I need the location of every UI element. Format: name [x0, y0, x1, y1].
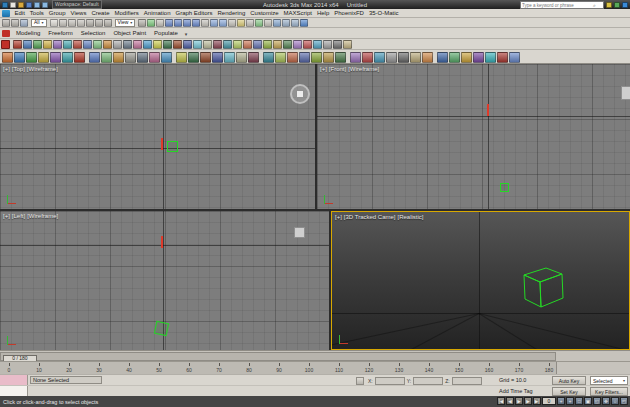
- custom-toolbar-icon[interactable]: [213, 40, 222, 49]
- viewport-menu-shading[interactable]: [Realistic]: [398, 214, 424, 220]
- custom-toolbar-icon[interactable]: [223, 40, 232, 49]
- custom-toolbar-icon[interactable]: [38, 52, 49, 63]
- selection-lock-icon[interactable]: [356, 377, 364, 385]
- viewport-menu-shading[interactable]: [Wireframe]: [348, 66, 379, 72]
- auto-key-button[interactable]: Auto Key: [552, 376, 586, 385]
- ribbon-tab-selection[interactable]: Selection: [77, 29, 110, 38]
- custom-toolbar-icon[interactable]: [53, 40, 62, 49]
- next-frame-button[interactable]: ▶: [524, 397, 532, 405]
- search-icon[interactable]: ⌕: [593, 3, 598, 8]
- viewport-front[interactable]: [+] [Front] [Wireframe]: [317, 64, 630, 209]
- current-frame-field[interactable]: 0: [542, 397, 556, 405]
- infocenter-search[interactable]: ⌕: [520, 1, 604, 9]
- mirror-icon[interactable]: [210, 19, 218, 27]
- select-and-rotate-icon[interactable]: [95, 19, 103, 27]
- custom-toolbar-icon[interactable]: [335, 52, 346, 63]
- angle-snap-icon[interactable]: [174, 19, 182, 27]
- align-icon[interactable]: [219, 19, 227, 27]
- custom-toolbar-icon[interactable]: [103, 40, 112, 49]
- select-and-move-icon[interactable]: [86, 19, 94, 27]
- custom-toolbar-icon[interactable]: [43, 40, 52, 49]
- custom-toolbar-icon[interactable]: [374, 52, 385, 63]
- ribbon-minimize-icon[interactable]: ▾: [185, 31, 188, 37]
- custom-toolbar-icon[interactable]: [113, 52, 124, 63]
- menu-phoenixfd[interactable]: PhoenixFD: [332, 9, 367, 17]
- custom-toolbar-icon[interactable]: [461, 52, 472, 63]
- viewcube-face[interactable]: [296, 90, 304, 98]
- menu-animation[interactable]: Animation: [141, 9, 173, 17]
- viewport-menu-pov[interactable]: [Top]: [12, 66, 25, 72]
- search-input[interactable]: [521, 3, 593, 8]
- favorites-star-icon[interactable]: [606, 2, 612, 8]
- custom-toolbar-icon[interactable]: [449, 52, 460, 63]
- camera-helper-marker[interactable]: [487, 104, 489, 116]
- viewport-menu-pov[interactable]: [3D Tracked Came]: [344, 214, 396, 220]
- save-file-icon[interactable]: [26, 2, 32, 8]
- add-time-tag[interactable]: Add Time Tag: [499, 388, 533, 394]
- custom-toolbar-icon[interactable]: [313, 40, 322, 49]
- custom-toolbar-icon[interactable]: [123, 40, 132, 49]
- key-filters-button[interactable]: Key Filters...: [590, 387, 628, 396]
- selected-box-object[interactable]: [500, 183, 509, 192]
- custom-toolbar-icon[interactable]: [263, 52, 274, 63]
- help-icon[interactable]: [622, 2, 628, 8]
- previous-frame-button[interactable]: ◀: [506, 397, 514, 405]
- custom-toolbar-icon[interactable]: [183, 40, 192, 49]
- custom-toolbar-icon[interactable]: [143, 40, 152, 49]
- custom-toolbar-icon[interactable]: [253, 40, 262, 49]
- viewport-menu-shading[interactable]: [Wireframe]: [27, 66, 58, 72]
- menu-maxscript[interactable]: MAXScript: [281, 9, 314, 17]
- render-setup-icon[interactable]: [282, 19, 290, 27]
- render-production-icon[interactable]: [300, 19, 308, 27]
- zoom-icon[interactable]: +: [557, 397, 565, 405]
- zoom-extents-all-icon[interactable]: ▣: [584, 397, 592, 405]
- viewport-left[interactable]: [+] [Left] [Wireframe]: [0, 211, 329, 350]
- custom-toolbar-icon[interactable]: [283, 40, 292, 49]
- selected-box-object[interactable]: [167, 141, 178, 152]
- select-and-manipulate-icon[interactable]: [147, 19, 155, 27]
- rendered-frame-window-icon[interactable]: [291, 19, 299, 27]
- custom-toolbar-icon[interactable]: [133, 40, 142, 49]
- coordinate-z-field[interactable]: [452, 377, 482, 385]
- custom-toolbar-icon[interactable]: [311, 52, 322, 63]
- time-slider-track[interactable]: 0 / 180: [0, 352, 556, 361]
- viewport-menu-shading[interactable]: [Wireframe]: [27, 213, 58, 219]
- viewport-menu-pov[interactable]: [Front]: [329, 66, 346, 72]
- custom-toolbar-icon[interactable]: [153, 40, 162, 49]
- selection-filter-dropdown[interactable]: All ▾: [31, 19, 47, 27]
- go-to-end-button[interactable]: ▶|: [533, 397, 541, 405]
- custom-toolbar-icon[interactable]: [2, 52, 13, 63]
- custom-toolbar-icon[interactable]: [113, 40, 122, 49]
- custom-toolbar-icon[interactable]: [233, 40, 242, 49]
- percent-snap-icon[interactable]: [183, 19, 191, 27]
- ribbon-tab-populate[interactable]: Populate: [150, 29, 182, 38]
- custom-toolbar-icon[interactable]: [243, 40, 252, 49]
- edit-named-selection-sets-icon[interactable]: [201, 19, 209, 27]
- custom-toolbar-icon[interactable]: [509, 52, 520, 63]
- keyboard-shortcut-override-icon[interactable]: [156, 19, 164, 27]
- zoom-extents-icon[interactable]: □: [575, 397, 583, 405]
- custom-toolbar-icon[interactable]: [333, 40, 342, 49]
- custom-toolbar-icon[interactable]: [287, 52, 298, 63]
- custom-toolbar-icon[interactable]: [83, 40, 92, 49]
- maximize-viewport-toggle-icon[interactable]: ◰: [620, 397, 628, 405]
- custom-toolbar-icon[interactable]: [125, 52, 136, 63]
- spinner-snap-icon[interactable]: [192, 19, 200, 27]
- menu-tools[interactable]: Tools: [27, 9, 46, 17]
- redo-icon[interactable]: [42, 2, 48, 8]
- graphite-ribbon-toggle-icon[interactable]: [246, 19, 254, 27]
- custom-toolbar-icon[interactable]: [14, 52, 25, 63]
- bind-to-space-warp-icon[interactable]: [20, 19, 28, 27]
- custom-toolbar-icon[interactable]: [422, 52, 433, 63]
- custom-toolbar-icon[interactable]: [137, 52, 148, 63]
- ribbon-tab-object-paint[interactable]: Object Paint: [109, 29, 150, 38]
- menu-group[interactable]: Group: [46, 9, 68, 17]
- menu-modifiers[interactable]: Modifiers: [112, 9, 141, 17]
- viewcube[interactable]: [294, 227, 305, 238]
- custom-toolbar-icon[interactable]: [350, 52, 361, 63]
- coordinate-y-field[interactable]: [413, 377, 443, 385]
- custom-toolbar-icon[interactable]: [13, 40, 22, 49]
- go-to-start-button[interactable]: |◀: [497, 397, 505, 405]
- custom-toolbar-icon[interactable]: [62, 52, 73, 63]
- custom-toolbar-icon[interactable]: [73, 40, 82, 49]
